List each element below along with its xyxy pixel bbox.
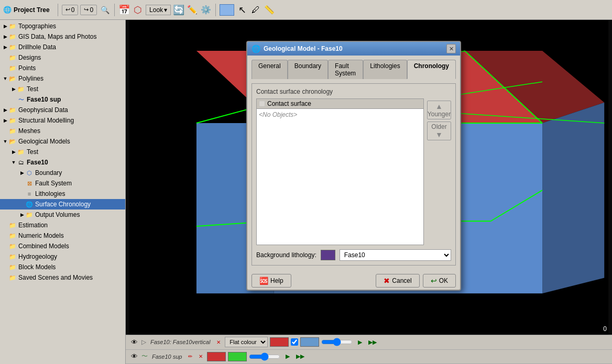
bg-litho-label: Background lithology: bbox=[256, 251, 316, 259]
expander-icon bbox=[2, 264, 8, 270]
rotate-icon[interactable]: 🔄 bbox=[173, 4, 184, 16]
pointer-icon[interactable]: ✏️ bbox=[187, 4, 198, 16]
chron-column-header: Contact surface bbox=[267, 100, 311, 107]
tab-lithologies[interactable]: Lithologies bbox=[363, 60, 407, 79]
sidebar-item-saved-scenes[interactable]: 📁 Saved Scenes and Movies bbox=[0, 272, 125, 283]
bg-litho-row: Background lithology: Fase10 bbox=[256, 249, 451, 261]
action-btn-2[interactable]: ▶▶ bbox=[367, 337, 378, 347]
folder-icon: 📁 bbox=[8, 242, 17, 250]
folder-icon: 📁 bbox=[8, 263, 17, 271]
svg-marker-5 bbox=[542, 103, 604, 294]
sep3 bbox=[215, 4, 216, 16]
action-btn-3[interactable]: ▶ bbox=[282, 351, 293, 362]
chron-list-header: Contact surface bbox=[257, 99, 423, 109]
chron-checkbox[interactable] bbox=[259, 101, 265, 107]
dialog-close-btn[interactable]: ✕ bbox=[446, 44, 456, 53]
folder-icon: 📁 bbox=[8, 64, 17, 72]
select-box-icon[interactable] bbox=[220, 4, 234, 16]
zoom-btn[interactable]: 🔍 bbox=[99, 4, 111, 16]
cancel-btn[interactable]: ✖ Cancel bbox=[376, 274, 419, 288]
expander-icon bbox=[2, 54, 8, 61]
display-mode-select-1[interactable]: Flat colour bbox=[225, 337, 268, 347]
sidebar-item-geological[interactable]: ▼ 📂 Geological Models bbox=[0, 136, 125, 147]
sidebar-item-combined[interactable]: 📁 Combined Models bbox=[0, 241, 125, 251]
help-icon: 🆘 bbox=[259, 277, 268, 285]
color-swatch-red-2[interactable] bbox=[207, 352, 226, 361]
item-close-btn-1[interactable]: ✕ bbox=[214, 338, 223, 346]
folder-icon: 📂 bbox=[8, 137, 17, 146]
sidebar-item-numeric[interactable]: 📁 Numeric Models bbox=[0, 230, 125, 241]
younger-btn[interactable]: ▲ Younger bbox=[427, 101, 451, 119]
dialog-buttons: 🆘 Help ✖ Cancel ↩ OK bbox=[247, 270, 460, 290]
sidebar-item-meshes[interactable]: 📁 Meshes bbox=[0, 126, 125, 136]
sidebar-item-topographies[interactable]: ▶ 📁 Topographies bbox=[0, 21, 125, 31]
calendar-icon[interactable]: 📅 bbox=[118, 4, 130, 16]
older-btn[interactable]: Older ▼ bbox=[427, 122, 451, 140]
polyline-icon: 〜 bbox=[17, 95, 25, 104]
folder-icon: 📂 bbox=[8, 74, 17, 83]
edit-btn-2[interactable]: ✏ bbox=[186, 352, 194, 361]
btn-group-right: ✖ Cancel ↩ OK bbox=[376, 274, 456, 288]
checkbox-1[interactable] bbox=[291, 338, 298, 346]
tab-boundary[interactable]: Boundary bbox=[288, 60, 328, 79]
sidebar-item-test-poly[interactable]: ▶ 📁 Test bbox=[0, 84, 125, 94]
model-icon[interactable]: ⬡ bbox=[132, 4, 144, 16]
geological-model-dialog[interactable]: 🌐 Geological Model - Fase10 ✕ General Bo… bbox=[246, 41, 461, 291]
slider-1[interactable] bbox=[321, 339, 353, 345]
sidebar-item-polylines[interactable]: ▼ 📂 Polylines bbox=[0, 73, 125, 84]
gear-icon[interactable]: ⚙️ bbox=[200, 4, 212, 16]
visibility-toggle-2[interactable]: 👁 bbox=[129, 351, 139, 362]
undo-btn[interactable]: ↩ 0 bbox=[62, 5, 79, 15]
sidebar-item-structural[interactable]: ▶ 📁 Structural Modelling bbox=[0, 115, 125, 126]
main-content: ▶ 📁 Topographies ▶ 📁 GIS Data, Maps and … bbox=[0, 20, 612, 364]
action-btn-1[interactable]: ▶ bbox=[355, 337, 365, 347]
sidebar-item-estimation[interactable]: 📁 Estimation bbox=[0, 220, 125, 230]
tab-chronology[interactable]: Chronology bbox=[407, 60, 456, 79]
sidebar-item-test-geo[interactable]: ▶ 📁 Test bbox=[0, 147, 125, 157]
sidebar-item-fault-system[interactable]: ⊠ Fault System bbox=[0, 178, 125, 189]
look-dropdown[interactable]: Look ▾ bbox=[146, 5, 171, 15]
sidebar-item-boundary[interactable]: ▶ ⬡ Boundary bbox=[0, 168, 125, 178]
sidebar-item-points[interactable]: 📁 Points bbox=[0, 63, 125, 73]
dialog-icon: 🌐 bbox=[252, 45, 260, 53]
app-title-label: Project Tree bbox=[14, 6, 50, 14]
color-swatch-blue-1[interactable] bbox=[300, 337, 319, 347]
sidebar-item-gis[interactable]: ▶ 📁 GIS Data, Maps and Photos bbox=[0, 31, 125, 42]
chron-list-body: <No Objects> bbox=[257, 109, 423, 120]
color-swatch-red-1[interactable] bbox=[270, 337, 289, 347]
sidebar-item-lithologies[interactable]: ≡ Lithologies bbox=[0, 189, 125, 199]
redo-btn[interactable]: ↪ 0 bbox=[80, 5, 97, 15]
slider-2[interactable] bbox=[249, 354, 280, 360]
measure-icon[interactable]: 📏 bbox=[264, 4, 275, 16]
bottom-row-2: 👁 〜 Fase10 sup ✏ ✕ ▶ ▶▶ bbox=[126, 350, 612, 365]
bottom-bar: 👁 ▷ Fase10: Fase10vertical ✕ Flat colour… bbox=[126, 335, 612, 364]
section-title: Contact surface chronology bbox=[256, 88, 451, 95]
expander-icon bbox=[19, 180, 25, 186]
expander-icon bbox=[10, 96, 17, 103]
sidebar-item-geophysical[interactable]: ▶ 📁 Geophysical Data bbox=[0, 105, 125, 115]
tab-fault-system[interactable]: Fault System bbox=[328, 60, 363, 79]
ok-btn[interactable]: ↩ OK bbox=[423, 274, 456, 288]
sidebar-item-fase10sup[interactable]: 〜 Fase10 sup bbox=[0, 94, 125, 105]
sidebar-item-hydrogeology[interactable]: 📁 Hydrogeology bbox=[0, 251, 125, 262]
sidebar-item-output-volumes[interactable]: ▶ 📁 Output Volumes bbox=[0, 209, 125, 220]
action-btn-4[interactable]: ▶▶ bbox=[295, 351, 305, 362]
bg-litho-select[interactable]: Fase10 bbox=[340, 249, 451, 261]
expander-icon: ▼ bbox=[10, 159, 17, 166]
up-arrow-icon: ▲ bbox=[435, 102, 443, 111]
pick-icon[interactable]: 🖊 bbox=[250, 4, 261, 16]
sidebar-item-drillhole[interactable]: ▶ 📁 Drillhole Data bbox=[0, 42, 125, 52]
arrow-icon[interactable]: ↖ bbox=[236, 4, 248, 16]
expander-icon: ▶ bbox=[19, 212, 25, 218]
tab-general[interactable]: General bbox=[252, 60, 288, 79]
sidebar-item-surface-chron[interactable]: 🌐 Surface Chronology bbox=[0, 199, 125, 209]
color-swatch-green-2[interactable] bbox=[228, 352, 247, 361]
visibility-toggle-1[interactable]: 👁 bbox=[129, 337, 139, 347]
sidebar-item-block-models[interactable]: 📁 Block Models bbox=[0, 262, 125, 272]
help-btn[interactable]: 🆘 Help bbox=[252, 274, 291, 288]
item-close-btn-2[interactable]: ✕ bbox=[196, 352, 205, 361]
sidebar-item-fase10[interactable]: ▼ 🗂 Fase10 bbox=[0, 157, 125, 168]
sidebar-item-designs[interactable]: 📁 Designs bbox=[0, 52, 125, 63]
bg-litho-color-swatch[interactable] bbox=[321, 250, 335, 260]
ok-icon: ↩ bbox=[431, 277, 437, 285]
